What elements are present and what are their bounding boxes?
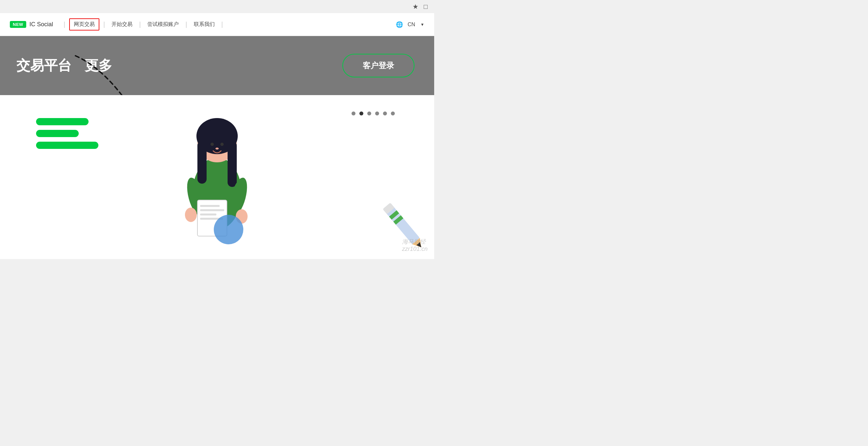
navbar-left: NEW IC Social | 网页交易 | 开始交易 | 尝试模拟账户 | 联…: [10, 19, 396, 31]
navbar-right: 🌐 CN ▼: [396, 21, 424, 28]
nav-divider-4: |: [185, 21, 187, 28]
carousel-dot-1[interactable]: [351, 112, 355, 116]
carousel-dot-4[interactable]: [375, 112, 379, 116]
svg-rect-14: [200, 205, 220, 207]
globe-icon: 🌐: [396, 21, 403, 28]
nav-divider-3: |: [139, 21, 141, 28]
svg-point-6: [211, 142, 214, 146]
green-bar-2: [36, 130, 79, 137]
svg-rect-15: [200, 209, 224, 211]
svg-point-11: [185, 208, 197, 222]
nav-item-demo[interactable]: 尝试模拟账户: [145, 20, 181, 29]
green-bars-illustration: [36, 118, 98, 149]
svg-point-7: [220, 142, 224, 146]
content-section: 海马财经 zzr101.cn: [0, 95, 434, 259]
nav-divider-2: |: [103, 21, 105, 28]
hero-section: 交易平台 更多 客户登录: [0, 36, 434, 95]
green-bar-1: [36, 118, 89, 125]
lang-label[interactable]: CN: [408, 22, 415, 28]
svg-point-18: [214, 215, 243, 244]
carousel-dots[interactable]: [351, 112, 395, 116]
svg-rect-16: [200, 214, 216, 216]
carousel-dot-5[interactable]: [383, 112, 387, 116]
ic-social-label: IC Social: [30, 21, 53, 28]
nav-item-web-trading[interactable]: 网页交易: [69, 19, 99, 31]
nav-divider-1: |: [64, 21, 65, 28]
svg-rect-5: [227, 141, 237, 187]
lang-dropdown-arrow[interactable]: ▼: [421, 22, 424, 27]
watermark-line1: 海马财经: [402, 238, 428, 246]
carousel-dot-6[interactable]: [391, 112, 395, 116]
window-icon[interactable]: □: [424, 3, 428, 10]
hero-text-left: 交易平台 更多: [17, 56, 112, 75]
navbar: NEW IC Social | 网页交易 | 开始交易 | 尝试模拟账户 | 联…: [0, 13, 434, 36]
nav-item-start-trading[interactable]: 开始交易: [109, 20, 135, 29]
browser-chrome: ★ □: [0, 0, 434, 13]
carousel-dot-2[interactable]: [360, 112, 363, 116]
watermark-line2: zzr101.cn: [402, 246, 428, 253]
svg-point-8: [215, 148, 219, 150]
carousel-dot-3[interactable]: [367, 112, 371, 116]
svg-rect-4: [197, 141, 207, 184]
watermark: 海马财经 zzr101.cn: [402, 238, 428, 253]
green-bar-3: [36, 142, 98, 149]
nav-divider-5: |: [221, 21, 223, 28]
nav-item-contact[interactable]: 联系我们: [191, 20, 217, 29]
hero-subtitle: 更多: [85, 56, 112, 75]
hero-title: 交易平台: [17, 56, 71, 75]
character-illustration: [165, 95, 270, 247]
new-badge: NEW: [10, 21, 26, 28]
bookmark-icon[interactable]: ★: [412, 3, 418, 10]
login-button[interactable]: 客户登录: [342, 54, 414, 77]
